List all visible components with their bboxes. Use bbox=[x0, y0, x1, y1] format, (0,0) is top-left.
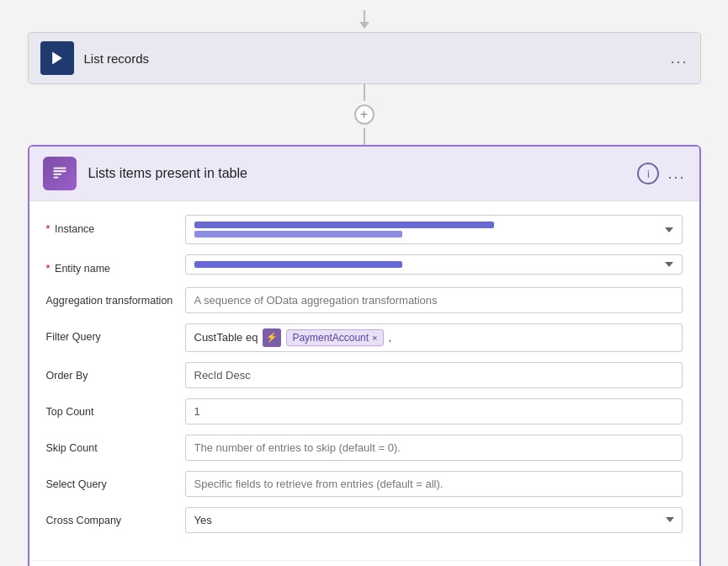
filter-query-row: Filter Query CustTable eq ⚡ PaymentAccou… bbox=[46, 323, 683, 352]
order-by-input[interactable] bbox=[185, 362, 683, 388]
top-count-input[interactable] bbox=[185, 398, 683, 424]
filter-suffix: , bbox=[389, 331, 392, 344]
svg-marker-0 bbox=[52, 52, 62, 65]
form-body: * Instance * Entity n bbox=[29, 201, 699, 560]
connector-line-1 bbox=[364, 84, 365, 101]
cross-company-wrapper: Yes No bbox=[185, 507, 683, 533]
select-query-label: Select Query bbox=[46, 471, 185, 493]
order-by-row: Order By bbox=[46, 362, 683, 388]
order-by-label: Order By bbox=[46, 362, 185, 384]
instance-dropdown-arrow bbox=[665, 227, 673, 232]
filter-query-label: Filter Query bbox=[46, 323, 185, 345]
entity-name-control bbox=[185, 254, 683, 275]
skip-count-row: Skip Count bbox=[46, 435, 683, 461]
aggregation-label: Aggregation transformation bbox=[46, 287, 185, 309]
select-query-input[interactable] bbox=[185, 471, 683, 497]
cross-company-label: Cross Company bbox=[46, 507, 185, 529]
list-records-icon bbox=[40, 41, 74, 75]
filter-query-field[interactable]: CustTable eq ⚡ PaymentAccount × , bbox=[185, 323, 683, 352]
expanded-card: Lists items present in table i ... * Ins… bbox=[28, 145, 701, 566]
skip-count-label: Skip Count bbox=[46, 435, 185, 457]
filter-prefix: CustTable eq bbox=[194, 331, 258, 344]
aggregation-row: Aggregation transformation bbox=[46, 287, 683, 313]
cross-company-control: Yes No bbox=[185, 507, 683, 533]
list-records-card: List records ... bbox=[28, 32, 701, 84]
skip-count-input[interactable] bbox=[185, 435, 683, 461]
top-count-label: Top Count bbox=[46, 398, 185, 420]
list-records-menu[interactable]: ... bbox=[670, 50, 688, 67]
entity-name-label: * Entity name bbox=[46, 254, 185, 277]
entity-name-redacted bbox=[194, 261, 656, 268]
hide-advanced-button[interactable]: Hide advanced options bbox=[29, 560, 699, 567]
connector-line-2 bbox=[364, 128, 365, 145]
select-query-control bbox=[185, 471, 683, 497]
instance-redacted-field[interactable] bbox=[185, 215, 683, 244]
entity-name-field[interactable] bbox=[185, 254, 683, 275]
entity-name-row: * Entity name bbox=[46, 254, 683, 277]
instance-row: * Instance bbox=[46, 215, 683, 244]
instance-redacted-lines bbox=[194, 222, 656, 238]
filter-query-control: CustTable eq ⚡ PaymentAccount × , bbox=[185, 323, 683, 352]
expanded-menu[interactable]: ... bbox=[667, 165, 685, 183]
expanded-header: Lists items present in table i ... bbox=[29, 147, 699, 201]
instance-label: * Instance bbox=[46, 215, 185, 238]
top-count-row: Top Count bbox=[46, 398, 683, 424]
aggregation-input[interactable] bbox=[185, 287, 683, 313]
cross-company-row: Cross Company Yes No bbox=[46, 507, 683, 533]
filter-tag-close[interactable]: × bbox=[372, 333, 377, 343]
expanded-title: Lists items present in table bbox=[88, 166, 638, 181]
order-by-control bbox=[185, 362, 683, 388]
aggregation-control bbox=[185, 287, 683, 313]
instance-control bbox=[185, 215, 683, 244]
filter-icon: ⚡ bbox=[263, 328, 281, 347]
info-icon[interactable]: i bbox=[637, 163, 659, 184]
add-button-1[interactable]: + bbox=[354, 104, 375, 125]
skip-count-control bbox=[185, 435, 683, 461]
filter-tag[interactable]: PaymentAccount × bbox=[286, 329, 383, 346]
select-query-row: Select Query bbox=[46, 471, 683, 497]
filter-tag-text: PaymentAccount bbox=[292, 332, 369, 344]
expanded-icon bbox=[43, 157, 77, 190]
cross-company-select[interactable]: Yes No bbox=[185, 507, 683, 533]
list-records-title: List records bbox=[84, 51, 671, 66]
top-arrow bbox=[359, 10, 369, 29]
top-count-control bbox=[185, 398, 683, 424]
entity-name-dropdown-arrow bbox=[665, 262, 673, 267]
